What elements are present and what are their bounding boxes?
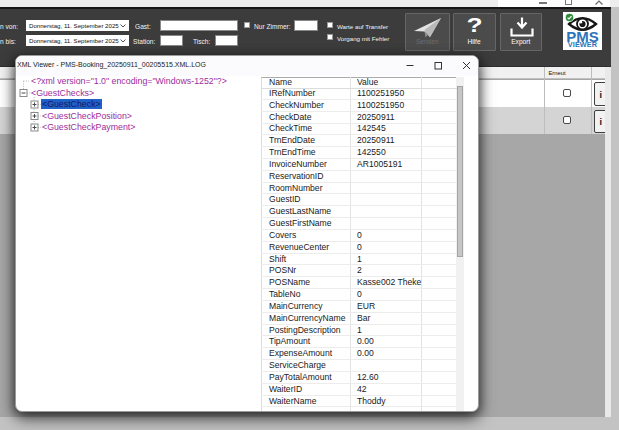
svg-text:VIEWER: VIEWER [568,40,598,49]
